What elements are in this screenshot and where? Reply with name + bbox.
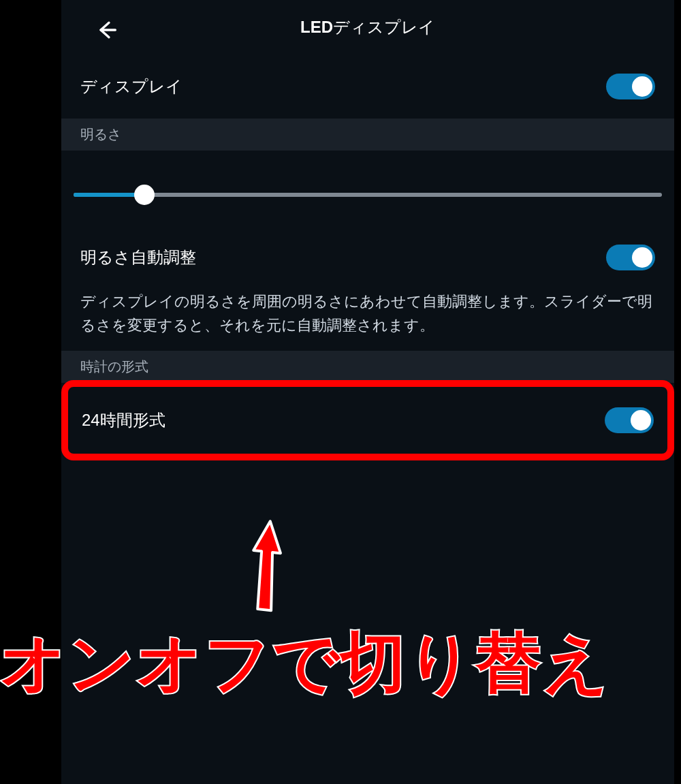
brightness-slider[interactable]: [74, 185, 662, 205]
display-label: ディスプレイ: [80, 76, 183, 97]
back-arrow-icon[interactable]: [95, 19, 117, 41]
header: LEDディスプレイ: [61, 0, 674, 54]
brightness-section-header: 明るさ: [61, 119, 674, 151]
auto-brightness-description: ディスプレイの明るさを周囲の明るさにあわせて自動調整します。スライダーで明るさを…: [61, 289, 674, 351]
auto-brightness-row: 明るさ自動調整: [61, 225, 674, 289]
page-title: LEDディスプレイ: [300, 16, 435, 38]
highlight-annotation-box: 24時間形式: [61, 380, 674, 460]
auto-brightness-label: 明るさ自動調整: [80, 247, 196, 268]
display-toggle[interactable]: [606, 74, 655, 99]
clock-format-label: 24時間形式: [82, 409, 165, 431]
clock-format-toggle[interactable]: [605, 407, 654, 433]
clock-format-row: 24時間形式: [68, 387, 667, 454]
auto-brightness-toggle[interactable]: [606, 245, 655, 270]
clock-format-section-header: 時計の形式: [61, 351, 674, 383]
display-row: ディスプレイ: [61, 54, 674, 119]
